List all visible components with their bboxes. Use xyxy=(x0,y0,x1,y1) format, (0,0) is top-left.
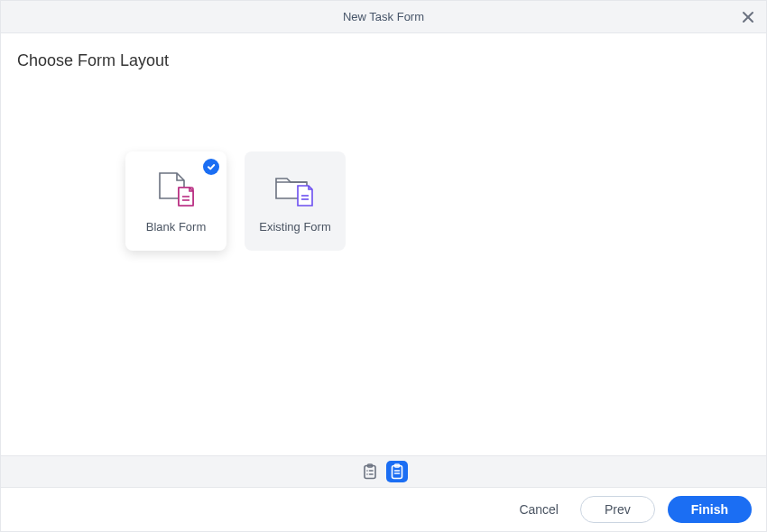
close-button[interactable] xyxy=(737,6,759,28)
svg-point-11 xyxy=(366,473,368,475)
blank-form-icon xyxy=(155,170,197,209)
form-layout-icon xyxy=(389,463,405,480)
dialog-footer: Cancel Prev Finish xyxy=(1,488,766,531)
option-label: Existing Form xyxy=(259,220,330,234)
selected-badge xyxy=(203,159,219,175)
finish-button[interactable]: Finish xyxy=(668,496,752,523)
section-title: Choose Form Layout xyxy=(17,51,750,70)
step-form-layout[interactable] xyxy=(386,461,408,482)
cancel-button[interactable]: Cancel xyxy=(510,497,568,522)
dialog: New Task Form Choose Form Layout xyxy=(0,0,767,532)
wizard-stepper xyxy=(1,455,766,488)
svg-point-9 xyxy=(366,470,368,472)
step-form-details[interactable] xyxy=(359,461,381,482)
form-details-icon xyxy=(362,463,378,480)
option-label: Blank Form xyxy=(146,220,206,234)
close-icon xyxy=(741,10,755,24)
dialog-body: Choose Form Layout xyxy=(1,33,766,455)
option-blank-form[interactable]: Blank Form xyxy=(125,151,226,251)
existing-form-icon xyxy=(273,170,318,209)
layout-options: Blank Form Existing Form xyxy=(17,151,750,251)
check-icon xyxy=(207,162,216,171)
option-existing-form[interactable]: Existing Form xyxy=(245,151,346,251)
dialog-header: New Task Form xyxy=(1,1,766,33)
dialog-title: New Task Form xyxy=(343,10,424,23)
prev-button[interactable]: Prev xyxy=(580,496,655,523)
